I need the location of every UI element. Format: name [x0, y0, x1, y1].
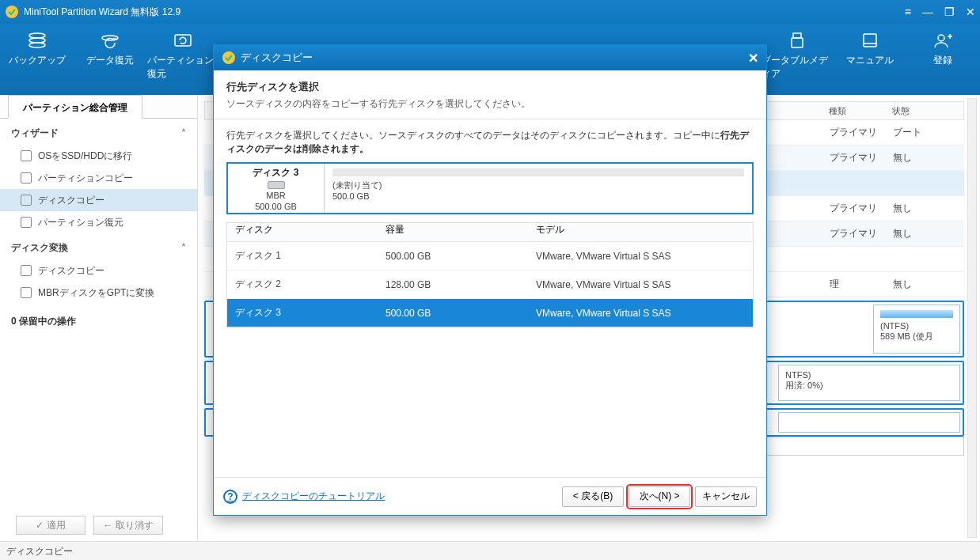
cell-model: VMware, VMware Virtual S SAS [528, 251, 753, 262]
table-row[interactable]: ディスク 3500.00 GBVMware, VMware Virtual S … [227, 299, 753, 327]
cell-disk: ディスク 1 [227, 249, 378, 263]
disk-size: 500.00 GB [255, 202, 297, 211]
help-icon: ? [223, 490, 237, 504]
menu-icon[interactable]: ≡ [905, 6, 911, 18]
dialog-title: ディスクコピー [241, 51, 313, 65]
svg-rect-6 [793, 33, 801, 38]
window-title: MiniTool Partition Wizard 無料版 12.9 [24, 6, 905, 19]
app-icon [5, 5, 19, 19]
close-icon[interactable]: ✕ [748, 51, 758, 66]
svg-point-1 [29, 33, 45, 38]
next-button[interactable]: 次へ(N) > [629, 486, 690, 507]
cell-model: VMware, VMware Virtual S SAS [528, 308, 753, 319]
back-button[interactable]: < 戻る(B) [562, 486, 624, 507]
disk-name: ディスク 3 [253, 166, 298, 180]
dialog-prompt: 行先ディスクを選択してください。ソースディスクのすべてのデータはそのディスクにコ… [226, 129, 754, 156]
table-row[interactable]: ディスク 2128.00 GBVMware, VMware Virtual S … [227, 271, 753, 299]
svg-point-11 [222, 51, 235, 64]
unalloc-size: 500.0 GB [332, 191, 369, 201]
disk-scheme: MBR [266, 191, 285, 200]
app-icon [222, 51, 236, 65]
minimize-button[interactable]: — [922, 6, 933, 18]
unalloc-label: (未割り当て) [332, 180, 382, 190]
col-disk: ディスク [227, 223, 378, 241]
col-capacity: 容量 [378, 223, 528, 241]
selected-disk-card[interactable]: ディスク 3 MBR 500.00 GB (未割り当て) 500.0 GB [226, 162, 754, 214]
cell-disk: ディスク 2 [227, 278, 378, 291]
cell-model: VMware, VMware Virtual S SAS [528, 279, 753, 290]
dialog-footer: ?ディスクコピーのチュートリアル < 戻る(B) 次へ(N) > キャンセル [214, 477, 766, 515]
table-row[interactable]: ディスク 1500.00 GBVMware, VMware Virtual S … [227, 242, 753, 271]
col-model: モデル [528, 223, 753, 241]
svg-point-0 [6, 6, 18, 18]
maximize-button[interactable]: ❐ [944, 6, 955, 18]
dialog-title-bar: ディスクコピー ✕ [214, 45, 766, 70]
usage-bar [332, 168, 744, 176]
tutorial-link[interactable]: ?ディスクコピーのチュートリアル [223, 490, 385, 504]
cancel-button[interactable]: キャンセル [695, 486, 757, 507]
cell-capacity: 500.00 GB [378, 251, 528, 262]
cell-capacity: 128.00 GB [378, 279, 528, 290]
dialog-heading: 行先ディスクを選択 [226, 80, 754, 94]
dialog-header: 行先ディスクを選択 ソースディスクの内容をコピーする行先ディスクを選択してくださ… [214, 70, 766, 119]
disk-copy-dialog: ディスクコピー ✕ 行先ディスクを選択 ソースディスクの内容をコピーする行先ディ… [213, 44, 767, 516]
cell-disk: ディスク 3 [227, 306, 378, 320]
dialog-subheading: ソースディスクの内容をコピーする行先ディスクを選択してください。 [226, 97, 754, 111]
title-bar: MiniTool Partition Wizard 無料版 12.9 ≡ — ❐… [0, 0, 980, 24]
status-bar: ディスクコピー [0, 541, 980, 560]
hdd-icon [268, 181, 285, 189]
close-button[interactable]: ✕ [966, 6, 975, 18]
disk-table: ディスク 容量 モデル ディスク 1500.00 GBVMware, VMwar… [226, 222, 754, 328]
cell-capacity: 500.00 GB [378, 308, 528, 319]
